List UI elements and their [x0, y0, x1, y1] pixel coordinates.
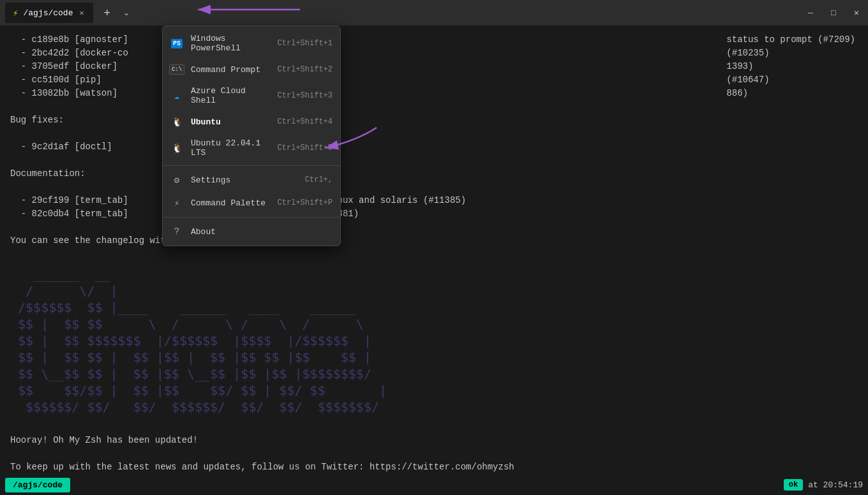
titlebar-buttons: + ⌄ — [98, 4, 134, 22]
close-button[interactable]: ✕ — [850, 8, 863, 18]
terminal-twitter: To keep up with the latest news and upda… — [10, 461, 858, 474]
terminal-blank — [10, 447, 858, 461]
status-ok-badge: ok — [784, 479, 803, 491]
tab-dropdown-button[interactable]: ⌄ — [119, 4, 134, 22]
terminal-content[interactable]: - c189e8b [agnoster] - 2bc42d2 [docker-c… — [0, 26, 868, 475]
menu-item-command-prompt[interactable]: C:\ Command Prompt Ctrl+Shift+2 — [163, 58, 340, 81]
active-tab[interactable]: ⚡ /agjs/code ✕ — [5, 3, 93, 23]
terminal-line-14: - 82c0db4 [term_tab] Rewrite README in m… — [10, 207, 858, 221]
menu-label-ubuntu: Ubuntu — [191, 117, 270, 127]
menu-item-command-palette[interactable]: ⚡ Command Palette Ctrl+Shift+P — [163, 191, 340, 214]
status-time-value: at 20:54:19 — [808, 480, 863, 490]
ascii-art-line: $$ | $$ $$ | $$ |$$ | $$ |$$ $$ |$$ $$ | — [10, 349, 858, 366]
menu-label-about: About — [191, 227, 325, 237]
terminal-line-15 — [10, 221, 858, 234]
menu-icon-about: ? — [170, 225, 183, 238]
menu-item-ubuntu-22[interactable]: 🐧 Ubuntu 22.04.1 LTS Ctrl+Shift+5 — [163, 133, 340, 163]
menu-icon-ubuntu: 🐧 — [170, 115, 183, 128]
tab-close-button[interactable]: ✕ — [78, 7, 85, 19]
terminal-hooray — [10, 420, 858, 434]
terminal-line-7: Bug fixes: — [10, 114, 858, 127]
menu-shortcut-windows-powershell: Ctrl+Shift+1 — [278, 39, 333, 48]
terminal-line-17 — [10, 247, 858, 261]
menu-label-azure-cloud-shell: Azure Cloud Shell — [191, 86, 270, 105]
ascii-art-line: $$ | $$ $$ \ / \ / \ / \ — [10, 316, 858, 332]
menu-shortcut-azure-cloud-shell: Ctrl+Shift+3 — [278, 91, 333, 100]
menu-icon-command-prompt: C:\ — [170, 63, 183, 76]
statusbar: /agjs/code ok at 20:54:19 — [0, 475, 868, 495]
minimize-button[interactable]: — — [804, 8, 817, 18]
cmd-icon: C:\ — [169, 64, 184, 75]
partial-right-1: status to prompt (#7209) — [726, 33, 855, 47]
ascii-art-line: $$ \__$$ $$ | $$ |$$ \__$$ |$$ |$$ |$$$$… — [10, 366, 858, 382]
menu-label-command-palette: Command Palette — [191, 198, 270, 208]
menu-item-ubuntu[interactable]: 🐧 Ubuntu Ctrl+Shift+4 — [163, 110, 340, 133]
partial-right-2: (#10235) — [726, 47, 855, 60]
menu-label-windows-powershell: Windows PowerShell — [191, 34, 270, 53]
ubuntu-icon: 🐧 — [172, 117, 183, 128]
titlebar: ⚡ /agjs/code ✕ + ⌄ — □ ✕ — [0, 0, 868, 26]
menu-item-about[interactable]: ? About — [163, 220, 340, 243]
status-cwd: /agjs/code — [5, 478, 70, 492]
menu-icon-command-palette: ⚡ — [170, 196, 183, 209]
partial-right-5: 886) — [726, 87, 855, 100]
window-controls: — □ ✕ — [804, 8, 863, 18]
menu-shortcut-ubuntu: Ctrl+Shift+4 — [278, 117, 333, 126]
terminal-line-8 — [10, 127, 858, 140]
terminal-line-12 — [10, 181, 858, 194]
azure-icon: ☁ — [174, 91, 179, 101]
tab-label: /agjs/code — [23, 8, 73, 18]
partial-right-3: 1393) — [726, 60, 855, 73]
menu-label-command-prompt: Command Prompt — [191, 65, 270, 75]
partial-right-4: (#10647) — [726, 73, 855, 87]
menu-item-azure-cloud-shell[interactable]: ☁ Azure Cloud Shell Ctrl+Shift+3 — [163, 81, 340, 110]
menu-divider — [163, 217, 340, 218]
terminal-line-6 — [10, 100, 858, 114]
menu-item-windows-powershell[interactable]: PS Windows PowerShell Ctrl+Shift+1 — [163, 29, 340, 58]
menu-icon-windows-powershell: PS — [170, 37, 183, 50]
ascii-art-block: ______ __ / \/ | /$$$$$$ $$ |____ ______… — [10, 266, 858, 415]
ubuntu2-icon: 🐧 — [172, 143, 183, 154]
menu-label-settings: Settings — [191, 175, 297, 185]
ascii-art-line: / \/ | — [10, 283, 858, 299]
command-palette-icon: ⚡ — [174, 198, 179, 209]
ascii-art-line: /$$$$$$ $$ |____ ______ ____ ______ — [10, 299, 858, 316]
menu-label-ubuntu-22: Ubuntu 22.04.1 LTS — [191, 138, 270, 158]
terminal-line-11: Documentation: — [10, 167, 858, 181]
maximize-button[interactable]: □ — [827, 8, 840, 18]
menu-divider — [163, 165, 340, 166]
ascii-art-line: $$ $$/$$ | $$ |$$ $$/ $$ | $$/ $$ | — [10, 382, 858, 399]
powershell-icon: PS — [171, 39, 183, 48]
menu-shortcut-ubuntu-22: Ctrl+Shift+5 — [278, 144, 333, 152]
menu-icon-azure-cloud-shell: ☁ — [170, 89, 183, 102]
terminal-line-10 — [10, 154, 858, 167]
ascii-art-line: $$$$$$/ $$/ $$/ $$$$$$/ $$/ $$/ $$$$$$$/ — [10, 399, 858, 415]
about-icon: ? — [174, 226, 179, 237]
dropdown-menu: PS Windows PowerShell Ctrl+Shift+1 C:\ C… — [162, 26, 341, 246]
tab-icon: ⚡ — [13, 8, 18, 18]
new-tab-button[interactable]: + — [98, 4, 116, 22]
menu-icon-settings: ⚙ — [170, 174, 183, 186]
menu-shortcut-command-palette: Ctrl+Shift+P — [278, 198, 333, 207]
menu-shortcut-command-prompt: Ctrl+Shift+2 — [278, 65, 333, 74]
menu-icon-ubuntu-22: 🐧 — [170, 142, 183, 154]
terminal-line-16: You can see the changelog with `omz chan… — [10, 234, 858, 247]
status-time: ok at 20:54:19 — [784, 479, 863, 491]
menu-item-settings[interactable]: ⚙ Settings Ctrl+, — [163, 168, 340, 191]
terminal-line-13: - 29cf199 [term_tab] Plugin can only be … — [10, 194, 858, 207]
settings-icon: ⚙ — [174, 175, 179, 186]
ascii-art-line: ______ __ — [10, 266, 858, 283]
terminal-line-9: - 9c2d1af [doctl] — [10, 140, 858, 154]
menu-shortcut-settings: Ctrl+, — [305, 175, 333, 184]
ascii-art-line: $$ | $$ $$$$$$$ |/$$$$$$ |$$$$ |/$$$$$$ … — [10, 332, 858, 349]
terminal-hooray-msg: Hooray! Oh My Zsh has been updated! — [10, 434, 858, 447]
